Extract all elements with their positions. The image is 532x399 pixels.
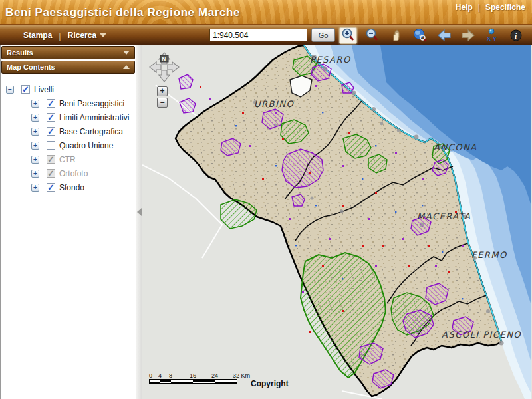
- copyright-text: Copyright: [251, 379, 289, 388]
- scale-bar-graphic: [149, 379, 237, 384]
- pan-west-arrow[interactable]: [150, 62, 161, 72]
- layer-ctr: + CTR: [1, 152, 136, 166]
- label-urbino: URBINO: [254, 99, 295, 109]
- ctr-checkbox: [47, 155, 55, 164]
- go-button[interactable]: Go: [311, 28, 335, 42]
- pan-east-arrow[interactable]: [168, 62, 179, 72]
- label-ancona: ANCONA: [434, 142, 477, 152]
- header-links: Help | Specifiche: [456, 3, 525, 12]
- pan-tool-button[interactable]: [387, 27, 405, 44]
- zoom-in-icon: [340, 27, 356, 43]
- ricerca-label: Ricerca: [68, 31, 96, 40]
- globe-icon: [412, 27, 428, 43]
- link-separator: |: [478, 3, 480, 12]
- pan-south-arrow[interactable]: [159, 70, 170, 82]
- label-pesaro: PESARO: [310, 55, 351, 65]
- toolbar: Stampa | Ricerca Go: [0, 25, 532, 45]
- layer-beni-paesaggistici: + Beni Paesaggistici: [1, 96, 136, 110]
- page-title: Beni Paesaggistici della Regione Marche: [5, 6, 240, 19]
- scale-tick: 24: [211, 372, 218, 379]
- header: Beni Paesaggistici della Regione Marche …: [0, 0, 532, 25]
- back-extent-button[interactable]: [435, 27, 453, 44]
- ricerca-menu[interactable]: Ricerca: [68, 31, 106, 40]
- svg-text:Y: Y: [493, 35, 497, 42]
- layer-label: Livelli: [34, 85, 54, 94]
- layer-base-cartografica: + Base Cartografica: [1, 124, 136, 138]
- map-viewport[interactable]: PESARO URBINO ANCONA MACERATA FERMO ASCO…: [142, 45, 532, 399]
- layers-tree: − Livelli + Beni Paesaggistici + Limiti …: [1, 74, 136, 194]
- map-contents-panel-title: Map Contents: [7, 63, 55, 71]
- layer-label: Quadro Unione: [59, 141, 113, 150]
- base-cartografica-checkbox[interactable]: [47, 127, 55, 136]
- results-panel-header[interactable]: Results: [1, 46, 135, 59]
- expand-icon[interactable]: +: [31, 114, 39, 122]
- beni-paesaggistici-checkbox[interactable]: [47, 99, 55, 108]
- zoom-in-tool-button[interactable]: [339, 27, 357, 44]
- pan-hand-icon: [388, 27, 404, 43]
- map-canvas[interactable]: PESARO URBINO ANCONA MACERATA FERMO ASCO…: [142, 45, 531, 399]
- zoom-buttons: + −: [157, 86, 168, 108]
- quadro-unione-checkbox[interactable]: [47, 141, 55, 150]
- scale-tick: 8: [169, 372, 172, 379]
- scale-tick: 16: [190, 372, 196, 379]
- sfondo-checkbox[interactable]: [47, 183, 55, 192]
- specifiche-link[interactable]: Specifiche: [485, 3, 525, 12]
- expand-icon[interactable]: +: [31, 100, 39, 108]
- app-window: Beni Paesaggistici della Regione Marche …: [0, 0, 532, 399]
- menu-separator: |: [59, 31, 61, 41]
- collapse-panel-icon[interactable]: [137, 208, 142, 216]
- scale-bar-ticks: 0 4 8 16 24 32 Km: [149, 372, 255, 379]
- label-fermo: FERMO: [471, 250, 507, 260]
- scale-tick: 4: [158, 372, 162, 379]
- scale-bar: 0 4 8 16 24 32 Km: [149, 372, 255, 387]
- livelli-checkbox[interactable]: [21, 85, 30, 94]
- stampa-menu[interactable]: Stampa: [23, 31, 52, 40]
- layer-label: Limiti Amministrativi: [59, 113, 129, 122]
- zoom-in-button[interactable]: +: [157, 86, 168, 96]
- map-tools: X Y i 4?: [339, 26, 532, 45]
- pan-compass-control[interactable]: N: [149, 52, 180, 82]
- layer-sfondo: + Sfondo: [1, 180, 136, 194]
- expand-icon[interactable]: +: [31, 170, 39, 178]
- help-link[interactable]: Help: [456, 3, 473, 12]
- limiti-amministrativi-checkbox[interactable]: [47, 113, 55, 122]
- tree-root-livelli: − Livelli: [1, 82, 136, 96]
- chevron-down-icon: [123, 51, 130, 55]
- xy-coordinates-icon: X Y: [484, 27, 500, 43]
- back-arrow-icon: [436, 27, 452, 43]
- layer-label: Ortofoto: [59, 169, 88, 178]
- results-panel-title: Results: [7, 49, 33, 57]
- expand-icon[interactable]: +: [31, 184, 39, 192]
- map-contents-panel-header[interactable]: Map Contents: [1, 61, 135, 74]
- sidebar: Results Map Contents − Livelli + Beni Pa…: [0, 45, 136, 399]
- expand-icon[interactable]: +: [31, 128, 39, 136]
- chevron-down-icon: [100, 33, 106, 37]
- zoom-out-tool-button[interactable]: [363, 27, 381, 44]
- layer-quadro-unione: + Quadro Unione: [1, 138, 136, 152]
- layer-label: CTR: [59, 155, 76, 164]
- chevron-up-icon: [123, 65, 130, 69]
- collapse-icon[interactable]: −: [6, 86, 14, 94]
- ortofoto-checkbox: [47, 169, 55, 178]
- scale-input[interactable]: [209, 29, 307, 41]
- svg-text:X: X: [487, 35, 491, 42]
- compass-n-label: N: [162, 56, 166, 62]
- label-ascoli-piceno: ASCOLI PICENO: [442, 330, 521, 340]
- sidebar-splitter[interactable]: [136, 45, 142, 399]
- layer-label: Sfondo: [59, 183, 84, 192]
- expand-icon[interactable]: +: [31, 142, 39, 150]
- layer-label: Beni Paesaggistici: [59, 99, 124, 108]
- forward-arrow-icon: [460, 27, 476, 43]
- scale-tick: 0: [149, 372, 152, 379]
- forward-extent-button[interactable]: [459, 27, 477, 44]
- layer-limiti-amministrativi: + Limiti Amministrativi: [1, 110, 136, 124]
- expand-icon[interactable]: +: [31, 156, 39, 164]
- full-extent-tool-button[interactable]: [411, 27, 429, 44]
- zoom-out-icon: [364, 27, 380, 43]
- info-icon: i: [508, 27, 524, 43]
- identify-tool-button[interactable]: i: [507, 27, 525, 44]
- layer-ortofoto: + Ortofoto: [1, 166, 136, 180]
- zoom-out-button[interactable]: −: [157, 98, 168, 108]
- scale-tick: 32 Km: [233, 372, 250, 379]
- xy-coordinates-tool-button[interactable]: X Y: [483, 27, 501, 44]
